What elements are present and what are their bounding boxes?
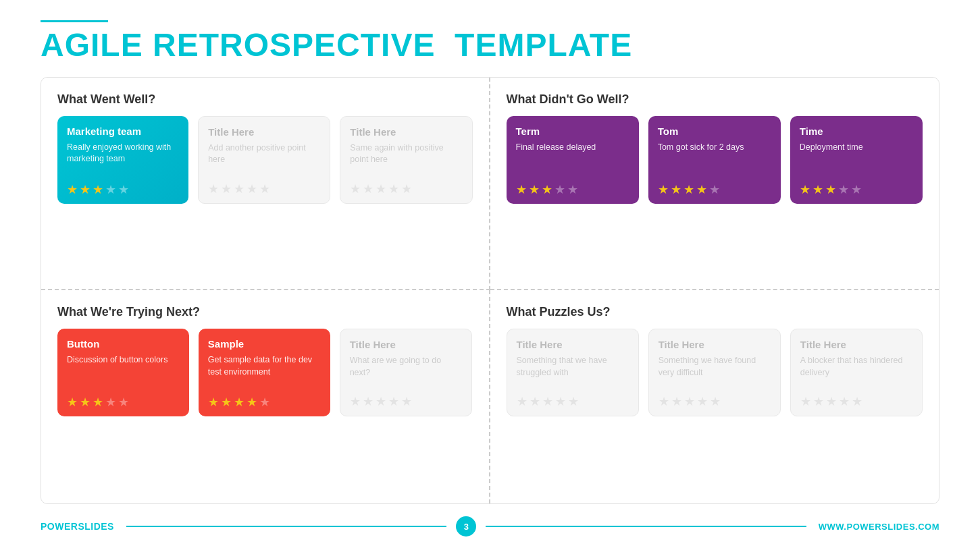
- card-puzzles-1-body: Something that we have struggled with: [517, 355, 629, 379]
- quadrant-puzzles-us-title: What Puzzles Us?: [507, 305, 923, 319]
- star-4: ★: [555, 182, 565, 197]
- star-4: ★: [105, 395, 116, 410]
- card-button[interactable]: Button Discussion of button colors ★ ★ ★…: [57, 329, 189, 416]
- card-time[interactable]: Time Deployment time ★ ★ ★ ★ ★: [790, 116, 923, 204]
- star-2: ★: [671, 394, 682, 409]
- star-2: ★: [80, 182, 91, 197]
- quadrant-went-well-title: What Went Well?: [57, 92, 473, 107]
- star-4: ★: [555, 394, 566, 409]
- star-2: ★: [80, 395, 91, 410]
- card-went-well-3-title: Title Here: [350, 126, 462, 138]
- page-title: AGILE RETROSPECTIVE TEMPLATE: [41, 28, 939, 63]
- star-1: ★: [800, 394, 811, 409]
- star-2: ★: [221, 182, 232, 196]
- quadrant-didnt-go-well: What Didn't Go Well? Term Final release …: [490, 78, 939, 291]
- card-went-well-2-stars: ★ ★ ★ ★ ★: [208, 182, 320, 196]
- star-3: ★: [234, 182, 244, 196]
- footer-url: WWW.POWERSLIDES.COM: [819, 522, 939, 532]
- cards-trying-next: Button Discussion of button colors ★ ★ ★…: [57, 329, 473, 416]
- star-4: ★: [839, 394, 850, 409]
- card-puzzles-2-body: Something we have found very difficult: [659, 355, 771, 379]
- card-term-body: Final release delayed: [516, 142, 629, 154]
- footer-page-badge: 3: [456, 516, 476, 537]
- star-5: ★: [852, 394, 862, 409]
- star-5: ★: [118, 395, 129, 410]
- star-4: ★: [388, 182, 399, 196]
- card-trying-next-3-title: Title Here: [350, 339, 463, 351]
- cards-went-well: Marketing team Really enjoyed working wi…: [57, 116, 473, 204]
- footer-line-container: 3: [126, 516, 806, 537]
- star-2: ★: [671, 182, 681, 197]
- star-2: ★: [529, 182, 540, 197]
- card-sample-body: Get sample data for the dev test environ…: [208, 354, 321, 378]
- card-term[interactable]: Term Final release delayed ★ ★ ★ ★ ★: [507, 116, 639, 204]
- card-sample-stars: ★ ★ ★ ★ ★: [208, 395, 321, 410]
- star-3: ★: [93, 395, 103, 410]
- star-4: ★: [105, 182, 116, 197]
- card-went-well-2-body: Add another positive point here: [208, 142, 320, 166]
- star-1: ★: [658, 182, 669, 197]
- card-term-stars: ★ ★ ★ ★ ★: [516, 182, 629, 197]
- star-3: ★: [542, 394, 553, 409]
- main-grid: What Went Well? Marketing team Really en…: [41, 77, 939, 504]
- card-marketing-team[interactable]: Marketing team Really enjoyed working wi…: [57, 116, 188, 204]
- footer-brand-part1: POWER: [41, 521, 78, 532]
- footer: POWERSLIDES 3 WWW.POWERSLIDES.COM: [41, 510, 939, 537]
- card-trying-next-3[interactable]: Title Here What are we going to do next?…: [340, 329, 473, 416]
- star-5: ★: [259, 182, 270, 196]
- card-went-well-3-body: Same again with positive point here: [350, 142, 462, 166]
- star-3: ★: [684, 394, 695, 409]
- star-4: ★: [696, 182, 707, 197]
- star-1: ★: [516, 182, 527, 197]
- footer-line-right: [486, 526, 806, 527]
- card-puzzles-1-title: Title Here: [517, 339, 629, 351]
- quadrant-trying-next: What We're Trying Next? Button Discussio…: [41, 290, 490, 503]
- star-1: ★: [67, 395, 78, 410]
- star-1: ★: [208, 182, 219, 196]
- card-button-body: Discussion of button colors: [67, 354, 180, 366]
- header: AGILE RETROSPECTIVE TEMPLATE: [41, 20, 939, 63]
- star-3: ★: [684, 182, 694, 197]
- card-puzzles-3[interactable]: Title Here A blocker that has hindered d…: [790, 329, 923, 416]
- star-2: ★: [813, 394, 824, 409]
- star-1: ★: [350, 182, 361, 196]
- card-puzzles-2[interactable]: Title Here Something we have found very …: [648, 329, 781, 416]
- star-4: ★: [697, 394, 708, 409]
- card-went-well-2[interactable]: Title Here Add another positive point he…: [198, 116, 330, 204]
- star-1: ★: [517, 394, 527, 409]
- quadrant-went-well: What Went Well? Marketing team Really en…: [41, 78, 490, 291]
- star-5: ★: [118, 182, 129, 197]
- star-1: ★: [67, 182, 78, 197]
- footer-line-left: [126, 526, 446, 527]
- star-5: ★: [401, 182, 412, 196]
- star-4: ★: [247, 182, 257, 196]
- page: AGILE RETROSPECTIVE TEMPLATE What Went W…: [0, 0, 980, 550]
- star-4: ★: [388, 394, 399, 409]
- star-4: ★: [838, 182, 849, 197]
- star-2: ★: [363, 394, 373, 409]
- card-puzzles-1[interactable]: Title Here Something that we have strugg…: [507, 329, 639, 416]
- footer-brand: POWERSLIDES: [41, 521, 114, 532]
- cards-didnt-go-well: Term Final release delayed ★ ★ ★ ★ ★ Tom: [507, 116, 923, 204]
- footer-page-number: 3: [464, 522, 469, 532]
- star-5: ★: [401, 394, 412, 409]
- star-3: ★: [376, 182, 386, 196]
- star-1: ★: [350, 394, 361, 409]
- card-sample-title: Sample: [208, 338, 321, 350]
- card-tom[interactable]: Tom Tom got sick for 2 days ★ ★ ★ ★ ★: [648, 116, 781, 204]
- star-1: ★: [208, 395, 219, 410]
- card-sample[interactable]: Sample Get sample data for the dev test …: [199, 329, 330, 416]
- card-term-title: Term: [516, 126, 629, 138]
- title-part2: TEMPLATE: [455, 27, 632, 63]
- star-3: ★: [93, 182, 103, 197]
- star-5: ★: [567, 182, 578, 197]
- card-trying-next-3-body: What are we going to do next?: [350, 355, 463, 379]
- card-went-well-2-title: Title Here: [208, 126, 320, 138]
- card-time-stars: ★ ★ ★ ★ ★: [800, 182, 913, 197]
- card-time-title: Time: [800, 126, 913, 138]
- card-went-well-3[interactable]: Title Here Same again with positive poin…: [340, 116, 472, 204]
- star-5: ★: [851, 182, 862, 197]
- star-3: ★: [376, 394, 386, 409]
- star-5: ★: [568, 394, 579, 409]
- card-puzzles-2-title: Title Here: [659, 339, 771, 351]
